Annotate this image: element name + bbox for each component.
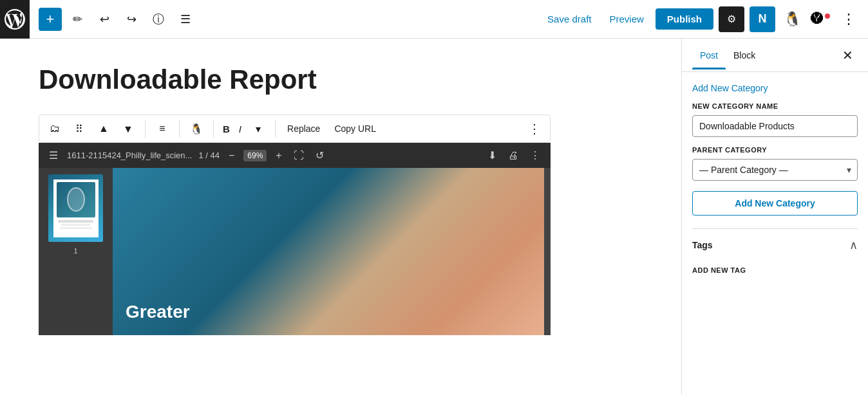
list-icon: ☰ [180,12,191,26]
editor-area: Downloadable Report 🗂 ⠿ ▲ ▼ ≡ 🐧 [0,39,681,395]
publish-button[interactable]: Publish [656,8,713,30]
save-draft-button[interactable]: Save draft [541,10,598,28]
dropdown-icon: ▾ [256,123,261,135]
pdf-thumbnail-label: 1 [73,247,77,255]
chevron-down-icon: ▼ [123,124,133,135]
vertical-dots-icon: ⋮ [842,11,856,28]
info-button[interactable]: ⓘ [147,8,170,31]
pdf-download-button[interactable]: ⬇ [486,148,499,163]
pdf-thumbnail-panel: 1 [39,168,113,335]
close-icon: ✕ [842,48,853,63]
drag-icon: ⠿ [75,123,83,135]
pdf-zoom-in-button[interactable]: + [273,149,284,163]
pdf-page-number: 1 / 44 [198,151,220,160]
media-icon: 🐧 [190,123,203,135]
pdf-print-button[interactable]: 🖨 [505,149,521,163]
pdf-scrollbar[interactable] [544,168,551,335]
block-more-button[interactable]: ⋮ [524,118,545,139]
more-rich-button[interactable]: ▾ [248,118,269,139]
add-new-tag-label: ADD NEW TAG [692,266,858,274]
media-button[interactable]: 🐧 [186,118,207,139]
wordpress-icon [5,9,25,30]
separator-1 [145,120,146,138]
replace-button[interactable]: Replace [282,118,325,139]
post-tab[interactable]: Post [692,41,726,69]
pdf-menu-button[interactable]: ☰ [46,148,61,163]
penguin-avatar-button[interactable]: 🐧 [780,8,804,31]
tags-chevron-icon: ∧ [849,238,858,252]
sidebar-body: Add New Category NEW CATEGORY NAME PAREN… [682,72,868,395]
pdf-more-button[interactable]: ⋮ [527,148,543,163]
pdf-rotate-button[interactable]: ↺ [313,148,326,163]
separator-4 [275,120,276,138]
post-title[interactable]: Downloadable Report [39,64,643,95]
drag-handle-button[interactable]: ⠿ [69,118,90,139]
preview-button[interactable]: Preview [603,10,650,28]
tags-section-body: ADD NEW TAG [692,261,858,274]
gear-icon: ⚙ [727,13,736,25]
tools-button[interactable]: ✏ [66,8,89,31]
norton-icon: N [759,12,767,26]
pdf-fit-button[interactable]: ⛶ [291,149,307,163]
sidebar: Post Block ✕ Add New Category NEW CATEGO… [681,39,868,395]
sidebar-close-button[interactable]: ✕ [837,45,858,66]
settings-button[interactable]: ⚙ [719,6,744,32]
add-block-button[interactable]: + [39,8,62,31]
pdf-zoom-level: 69% [243,150,267,161]
add-new-category-button[interactable]: Add New Category [692,191,858,216]
undo-icon: ↩ [100,12,109,26]
vertical-ellipsis-icon: ⋮ [528,121,541,136]
pdf-page: Greater [113,168,544,335]
pdf-content: 1 Greater [39,168,551,335]
file-icon-button[interactable]: 🗂 [44,118,65,139]
align-icon: ≡ [159,123,165,134]
info-icon: ⓘ [153,12,164,27]
file-icon: 🗂 [50,123,60,134]
redo-button[interactable]: ↪ [120,8,143,31]
separator-2 [179,120,180,138]
add-new-category-link[interactable]: Add New Category [692,83,768,93]
block-toolbar: 🗂 ⠿ ▲ ▼ ≡ 🐧 B I ▾ [39,115,551,143]
new-category-field-label: NEW CATEGORY NAME [692,102,858,110]
parent-category-wrapper: — Parent Category — ▾ [692,159,858,181]
bold-button[interactable]: B [220,118,232,139]
undo-button[interactable]: ↩ [93,8,116,31]
move-down-button[interactable]: ▼ [118,119,138,140]
list-view-button[interactable]: ☰ [174,8,197,31]
topbar-right: Save draft Preview Publish ⚙ N 🐧 🅨 ⋮ [541,6,860,32]
more-options-button[interactable]: ⋮ [837,8,860,31]
parent-category-select[interactable]: — Parent Category — [692,159,858,181]
pencil-icon: ✏ [73,12,82,26]
plus-icon: + [46,11,55,28]
parent-category-field-label: PARENT CATEGORY [692,146,858,154]
new-category-input[interactable] [692,115,858,137]
pdf-viewer: ☰ 1611-2115424_Philly_life_scien... 1 / … [39,143,551,335]
move-up-button[interactable]: ▲ [93,118,114,139]
copy-url-button[interactable]: Copy URL [329,118,381,139]
yoast-button[interactable]: 🅨 [809,8,832,31]
pdf-main-view[interactable]: Greater [113,168,544,335]
sidebar-header: Post Block ✕ [682,39,868,72]
pdf-zoom-out-button[interactable]: − [226,149,237,163]
separator-3 [213,120,214,138]
yoast-icon-graphic: 🅨 [811,12,830,26]
tags-section-header[interactable]: Tags ∧ [692,228,858,261]
pdf-page-text: Greater [126,302,531,322]
pdf-toolbar: ☰ 1611-2115424_Philly_life_scien... 1 / … [39,143,551,168]
main-layout: Downloadable Report 🗂 ⠿ ▲ ▼ ≡ 🐧 [0,39,868,395]
tags-section-title: Tags [692,240,713,250]
pdf-thumbnail[interactable] [48,174,103,242]
align-button[interactable]: ≡ [152,118,173,139]
italic-button[interactable]: I [236,118,244,139]
pdf-page-bg: Greater [113,168,544,335]
block-tab[interactable]: Block [726,41,763,69]
redo-icon: ↪ [127,12,137,26]
penguin-icon: 🐧 [784,11,801,28]
norton-button[interactable]: N [750,6,775,32]
wp-logo[interactable] [0,0,30,39]
topbar: + ✏ ↩ ↪ ⓘ ☰ Save draft Preview Publish ⚙… [0,0,868,39]
chevron-up-icon: ▲ [99,123,109,134]
pdf-filename: 1611-2115424_Philly_life_scien... [67,151,192,160]
